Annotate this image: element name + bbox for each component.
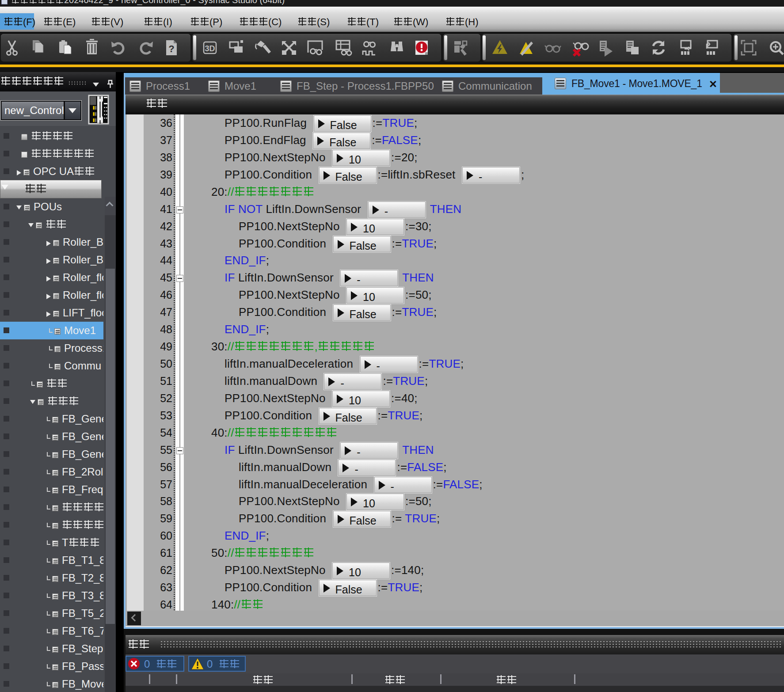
svg-text:?: ? [168,43,174,54]
svg-text:3D: 3D [205,44,215,53]
